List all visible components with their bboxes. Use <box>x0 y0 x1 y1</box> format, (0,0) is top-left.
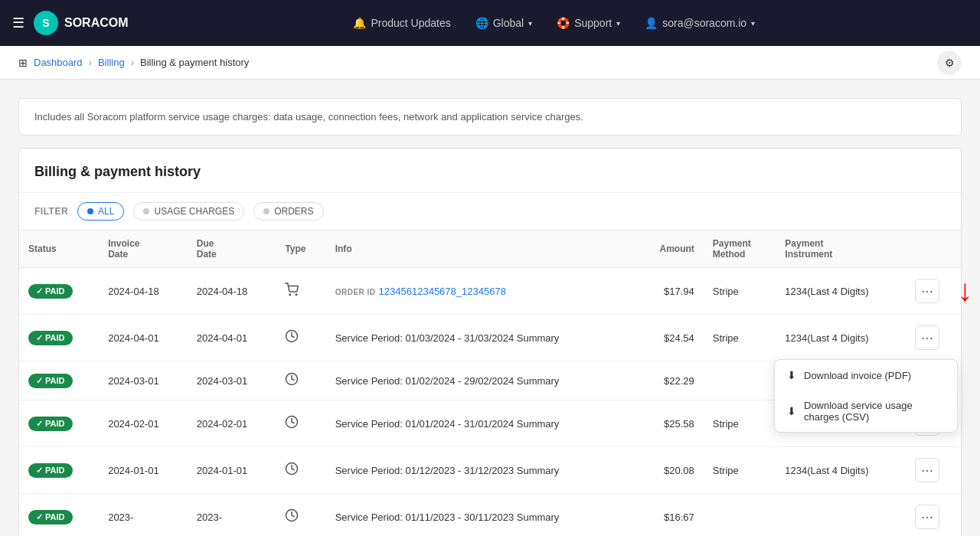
service-icon <box>285 511 299 525</box>
status-badge: ✓ PAID <box>28 510 73 525</box>
logo: S SORACOM <box>34 11 129 35</box>
filter-bar: FILTER ALL USAGE CHARGES ORDERS <box>19 192 961 230</box>
service-icon <box>285 375 299 388</box>
amount-cell: $16.67 <box>635 494 704 537</box>
action-menu-button[interactable]: ⋯ <box>915 505 939 529</box>
payment-method-cell <box>704 494 776 537</box>
nav-label-account: sora@soracom.io <box>662 17 746 29</box>
payment-instrument-cell: 1234(Last 4 Digits) <box>776 268 906 315</box>
dropdown-item-label: Download service usage charges (CSV) <box>804 400 945 423</box>
service-icon <box>285 332 299 345</box>
filter-all[interactable]: ALL <box>77 202 124 221</box>
col-invoice-date: InvoiceDate <box>99 230 188 268</box>
info-cell: Service Period: 01/01/2024 - 31/01/2024 … <box>326 400 636 447</box>
filter-orders[interactable]: ORDERS <box>253 202 323 221</box>
chevron-down-icon: ▾ <box>528 19 532 28</box>
nav-label-global: Global <box>493 17 524 29</box>
invoice-date-cell: 2024-04-01 <box>99 315 188 361</box>
nav-item-product-updates[interactable]: 🔔 Product Updates <box>353 17 450 29</box>
table-row: ✓ PAID2023-2023-Service Period: 01/11/20… <box>19 494 961 537</box>
top-navigation: ☰ S SORACOM 🔔 Product Updates 🌐 Global ▾… <box>0 0 980 46</box>
status-cell: ✓ PAID <box>19 361 99 400</box>
dropdown-item-download-csv[interactable]: ⬇Download service usage charges (CSV) <box>775 391 957 432</box>
col-payment-instrument: PaymentInstrument <box>776 230 906 268</box>
action-menu-button[interactable]: ⋯↓ <box>915 279 939 303</box>
type-cell <box>276 400 325 447</box>
invoice-date-cell: 2024-02-01 <box>99 400 188 447</box>
breadcrumb-dashboard[interactable]: Dashboard <box>34 57 83 68</box>
payment-instrument-cell: 1234(Last 4 Digits) <box>776 315 906 361</box>
breadcrumb-billing[interactable]: Billing <box>98 57 125 68</box>
table-row: ✓ PAID2024-01-012024-01-01Service Period… <box>19 447 961 494</box>
action-cell: ⋯⬇Download invoice (PDF)⬇Download servic… <box>906 315 961 361</box>
billing-table: Status InvoiceDate DueDate Type Info Amo… <box>19 230 961 536</box>
svg-point-0 <box>289 294 291 296</box>
bell-icon: 🔔 <box>353 17 366 29</box>
col-status: Status <box>19 230 99 268</box>
filter-orders-label: ORDERS <box>274 206 313 217</box>
col-actions <box>906 230 961 268</box>
action-button-wrapper: ⋯⬇Download invoice (PDF)⬇Download servic… <box>915 325 952 350</box>
nav-item-support[interactable]: 🛟 Support ▾ <box>557 17 620 29</box>
dropdown-item-download-pdf[interactable]: ⬇Download invoice (PDF) <box>775 360 957 391</box>
status-cell: ✓ PAID <box>19 268 99 315</box>
red-arrow-indicator: ↓ <box>957 273 972 308</box>
status-badge: ✓ PAID <box>28 374 73 388</box>
action-cell: ⋯ <box>906 447 961 494</box>
payment-method-cell: Stripe <box>704 400 776 447</box>
nav-item-account[interactable]: 👤 sora@soracom.io ▾ <box>645 17 755 29</box>
status-cell: ✓ PAID <box>19 400 99 447</box>
amount-cell: $22.29 <box>635 361 704 400</box>
action-cell: ⋯↓ <box>906 268 961 315</box>
type-cell <box>276 361 325 400</box>
filter-usage-charges[interactable]: USAGE CHARGES <box>133 202 244 221</box>
filter-all-label: ALL <box>98 206 114 217</box>
amount-cell: $24.54 <box>635 315 704 361</box>
breadcrumb: ⊞ Dashboard › Billing › Billing & paymen… <box>0 46 980 80</box>
table-row: ✓ PAID2024-04-182024-04-18ORDER ID123456… <box>19 268 961 315</box>
info-box: Includes all Soracom platform service us… <box>18 98 962 136</box>
order-id-value: 12345612345678_12345678 <box>379 286 506 297</box>
due-date-cell: 2024-04-01 <box>188 315 276 361</box>
due-date-cell: 2024-01-01 <box>188 447 276 494</box>
action-menu-button[interactable]: ⋯ <box>915 458 939 482</box>
hamburger-menu-icon[interactable]: ☰ <box>12 15 24 31</box>
type-cell <box>276 494 325 537</box>
payment-method-cell: Stripe <box>704 447 776 494</box>
info-cell: Service Period: 01/11/2023 - 30/11/2023 … <box>326 494 636 537</box>
invoice-date-cell: 2024-04-18 <box>99 268 188 315</box>
nav-item-global[interactable]: 🌐 Global ▾ <box>475 17 532 29</box>
invoice-date-cell: 2024-03-01 <box>99 361 188 400</box>
download-icon: ⬇ <box>787 405 796 417</box>
info-cell: Service Period: 01/12/2023 - 31/12/2023 … <box>326 447 636 494</box>
breadcrumb-billing-payment-history: Billing & payment history <box>140 57 249 68</box>
inactive-dot <box>143 208 149 214</box>
payment-method-cell: Stripe <box>704 268 776 315</box>
billing-title: Billing & payment history <box>34 164 946 180</box>
type-cell <box>276 268 325 315</box>
col-type: Type <box>276 230 325 268</box>
type-cell <box>276 447 325 494</box>
status-badge: ✓ PAID <box>28 284 73 299</box>
filter-usage-charges-label: USAGE CHARGES <box>154 206 234 217</box>
service-icon <box>285 465 299 478</box>
type-cell <box>276 315 325 361</box>
invoice-date-cell: 2024-01-01 <box>99 447 188 494</box>
download-icon: ⬇ <box>787 369 796 381</box>
amount-cell: $17.94 <box>635 268 704 315</box>
grid-icon: ⊞ <box>18 57 28 69</box>
amount-cell: $20.08 <box>635 447 704 494</box>
logo-text: SORACOM <box>64 16 129 30</box>
payment-method-cell <box>704 361 776 400</box>
nav-label-product-updates: Product Updates <box>371 17 450 29</box>
theme-toggle-button[interactable]: ⚙ <box>937 51 962 75</box>
info-cell: Service Period: 01/02/2024 - 29/02/2024 … <box>326 361 636 400</box>
action-menu-button[interactable]: ⋯ <box>915 325 939 350</box>
due-date-cell: 2023- <box>188 494 276 537</box>
info-cell: ORDER ID12345612345678_12345678 <box>326 268 636 315</box>
info-text: Includes all Soracom platform service us… <box>34 111 583 123</box>
col-due-date: DueDate <box>188 230 276 268</box>
status-badge: ✓ PAID <box>28 417 73 431</box>
action-cell: ⋯ <box>906 494 961 537</box>
support-icon: 🛟 <box>557 17 570 29</box>
